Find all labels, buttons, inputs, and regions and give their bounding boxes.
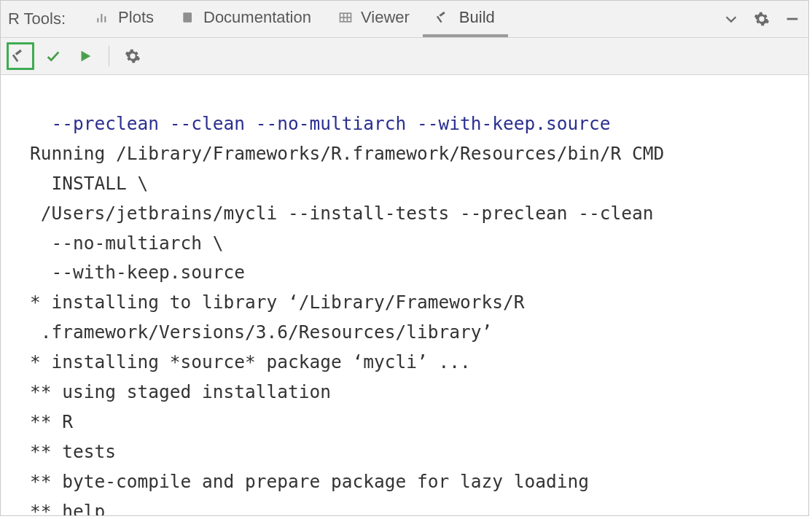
tab-label: Documentation [203,8,311,27]
console-output: Running /Library/Frameworks/R.framework/… [30,143,664,515]
minimize-icon[interactable] [782,9,803,29]
console-command-fragment: --preclean --clean --no-multiarch --with… [30,113,611,134]
chevron-down-icon[interactable] [721,9,741,29]
tab-bar: R Tools: Plots Documentation [1,1,808,38]
build-console[interactable]: --preclean --clean --no-multiarch --with… [1,75,808,515]
check-package-button[interactable] [40,43,66,69]
tab-label: Build [459,8,495,27]
build-toolbar [1,38,808,75]
plots-icon [95,9,111,26]
run-button[interactable] [72,43,98,69]
svg-marker-11 [82,51,91,62]
r-tools-panel: R Tools: Plots Documentation [0,0,809,516]
tab-documentation[interactable]: Documentation [167,1,324,37]
install-package-button[interactable] [7,42,34,70]
viewer-icon [337,9,354,26]
build-icon [436,9,452,26]
svg-rect-8 [437,16,442,23]
tab-plots[interactable]: Plots [82,1,167,37]
gear-icon[interactable] [752,9,772,29]
panel-title: R Tools: [8,9,66,28]
svg-rect-10 [12,54,18,62]
toolbar-separator [109,46,109,66]
tab-label: Plots [118,8,154,27]
tab-viewer[interactable]: Viewer [324,1,423,37]
documentation-icon [180,9,196,26]
svg-rect-3 [183,12,192,22]
tab-label: Viewer [361,8,410,27]
panel-controls [721,9,803,29]
tab-build[interactable]: Build [423,1,508,37]
settings-button[interactable] [120,43,146,69]
